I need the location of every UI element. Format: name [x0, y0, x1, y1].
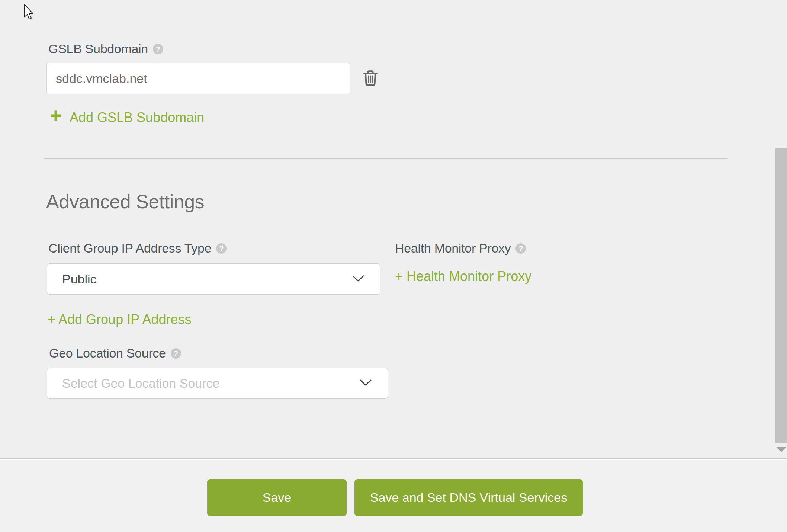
client-group-ip-label: Client Group IP Address Type	[48, 241, 211, 256]
plus-icon	[49, 109, 62, 125]
geo-location-source-label: Geo Location Source	[49, 346, 166, 360]
gslb-subdomain-label: GSLB Subdomain	[48, 42, 148, 56]
save-button[interactable]: Save	[207, 479, 347, 516]
chevron-down-icon	[352, 275, 364, 283]
mouse-cursor-icon	[23, 4, 36, 22]
gslb-settings-page: GSLB Subdomain ? Add GSLB Subdomain Ad	[0, 0, 787, 532]
gslb-subdomain-label-row: GSLB Subdomain ?	[48, 42, 163, 56]
gslb-subdomain-input[interactable]	[46, 63, 350, 94]
health-monitor-proxy-label: Health Monitor Proxy	[395, 241, 511, 256]
save-and-set-dns-button[interactable]: Save and Set DNS Virtual Services	[354, 479, 583, 516]
scrollbar-thumb[interactable]	[775, 148, 787, 443]
client-group-ip-select[interactable]: Public	[47, 263, 380, 295]
geo-location-source-select[interactable]: Select Geo Location Source	[47, 368, 388, 399]
geo-location-source-placeholder: Select Geo Location Source	[62, 376, 219, 391]
help-icon[interactable]: ?	[171, 348, 181, 359]
add-gslb-subdomain-link[interactable]: Add GSLB Subdomain	[49, 109, 204, 125]
add-health-monitor-proxy-label: + Health Monitor Proxy	[395, 269, 531, 284]
add-group-ip-link[interactable]: + Add Group IP Address	[48, 312, 192, 327]
health-monitor-proxy-label-row: Health Monitor Proxy ?	[395, 241, 526, 256]
scroll-down-arrow-icon[interactable]	[776, 446, 787, 454]
help-icon[interactable]: ?	[153, 44, 163, 54]
section-divider	[44, 158, 728, 159]
advanced-settings-heading: Advanced Settings	[46, 190, 204, 213]
help-icon[interactable]: ?	[216, 243, 227, 254]
add-gslb-subdomain-label: Add GSLB Subdomain	[70, 110, 204, 125]
client-group-ip-value: Public	[62, 272, 97, 286]
client-group-ip-label-row: Client Group IP Address Type ?	[48, 241, 227, 256]
add-group-ip-label: + Add Group IP Address	[48, 312, 192, 327]
add-health-monitor-proxy-link[interactable]: + Health Monitor Proxy	[395, 269, 531, 284]
help-icon[interactable]: ?	[515, 243, 526, 254]
trash-icon	[362, 83, 379, 89]
delete-subdomain-button[interactable]	[359, 66, 382, 91]
geo-location-source-label-row: Geo Location Source ?	[49, 346, 181, 360]
chevron-down-icon	[359, 379, 372, 388]
